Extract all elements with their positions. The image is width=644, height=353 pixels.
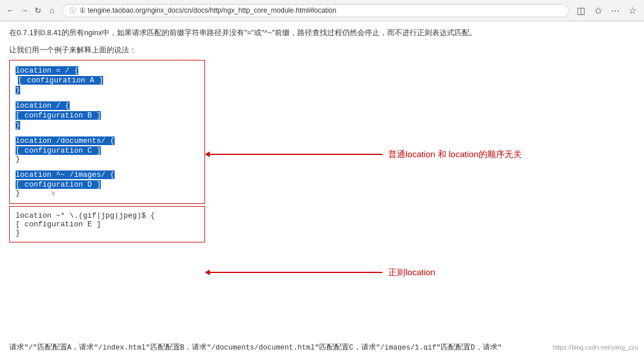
arrow-shaft-2 (210, 272, 382, 273)
code-line: location / { (16, 100, 199, 110)
code-highlight: [ configuration A ] (18, 76, 103, 85)
code-line: } (16, 155, 199, 164)
bottom-annotation: 正则location (205, 267, 435, 278)
code-highlight: [ configuration B ] (16, 111, 101, 120)
menu-button[interactable]: ⋯ (608, 3, 622, 17)
code-line: location = / { (16, 65, 199, 75)
code-line: [ configuration B ] (16, 110, 199, 120)
code-line: [ configuration C ] (16, 145, 199, 155)
bottom-code-box: location ~* \.(gif|jpg|jpeg)$ { [ config… (9, 206, 205, 242)
main-layout: location = / { [ configuration A ] } loc… (9, 60, 635, 350)
code-line-e3: } (16, 229, 199, 237)
code-line: } (16, 85, 199, 94)
code-line-e2: [ configuration E ] (16, 220, 199, 229)
code-highlight: } (16, 121, 20, 130)
code-highlight: location /documents/ { (16, 136, 115, 145)
watermark: https://blog.csdn.net/yang_zzu (552, 344, 638, 350)
arrowhead-left-2 (205, 270, 210, 275)
code-line: location ^~ /images/ { (16, 169, 199, 179)
content-row: location = / { [ configuration A ] } loc… (9, 60, 635, 336)
arrowhead-left (205, 151, 210, 157)
code-block-b: location / { [ configuration B ] } (16, 100, 199, 130)
annotations-area: 普通location 和 location的顺序无关 正则location (205, 60, 635, 336)
code-line: } (16, 120, 199, 130)
browser-actions: ◫ ✩ ⋯ ☆ (574, 3, 639, 17)
forward-button[interactable]: → (18, 5, 30, 16)
url-text: ① tengine.taobao.org/nginx_docs/cn/docs/… (79, 6, 562, 14)
code-highlight: [ configuration D ] (16, 180, 101, 189)
lock-icon: ⓘ (70, 6, 76, 15)
address-bar[interactable]: ⓘ ① tengine.taobao.org/nginx_docs/cn/doc… (62, 4, 569, 17)
reload-button[interactable]: ↻ (32, 5, 44, 16)
top-annotation: 普通location 和 location的顺序无关 (205, 149, 522, 160)
extensions-button[interactable]: ◫ (574, 3, 588, 17)
code-block-d: location ^~ /images/ { [ configuration D… (16, 169, 199, 198)
code-highlight: [ configuration C ] (16, 146, 101, 155)
code-line: [ configuration D ] (16, 179, 199, 189)
code-block-a: location = / { [ configuration A ] } (16, 65, 199, 94)
top-arrow (205, 151, 382, 157)
intro-text: 在0.7.1到0.8.41的所有nginx中，如果请求匹配的前缀字符串路径并没有… (9, 27, 635, 39)
nav-buttons: ← → ↻ ⌂ (5, 5, 58, 16)
bottom-arrow (205, 270, 382, 275)
code-highlight: location / { (16, 101, 70, 110)
code-area: location = / { [ configuration A ] } loc… (9, 60, 205, 242)
bottom-annotation-text: 正则location (388, 267, 435, 278)
code-line: [ configuration A ] (16, 75, 199, 85)
home-button[interactable]: ⌂ (46, 5, 58, 16)
code-line: } 🖱 (16, 189, 199, 198)
bookmark-button[interactable]: ✩ (591, 3, 605, 17)
code-highlight: location ^~ /images/ { (16, 170, 115, 179)
arrow-shaft (210, 154, 382, 155)
code-line: location /documents/ { (16, 135, 199, 145)
code-highlight: } (16, 86, 20, 94)
browser-chrome: ← → ↻ ⌂ ⓘ ① tengine.taobao.org/nginx_doc… (0, 0, 644, 21)
code-highlight: location = / { (16, 66, 78, 75)
page-content: 在0.7.1到0.8.41的所有nginx中，如果请求匹配的前缀字符串路径并没有… (0, 21, 644, 350)
code-block-c: location /documents/ { [ configuration C… (16, 135, 199, 164)
example-label: 让我们用一个例子来解释上面的说法： (9, 45, 635, 55)
code-line-e1: location ~* \.(gif|jpg|jpeg)$ { (16, 211, 199, 220)
bottom-code-text: 请求"/"匹配配置A，请求"/index.html"匹配配置B，请求"/docu… (9, 342, 635, 350)
back-button[interactable]: ← (5, 5, 16, 16)
top-code-box: location = / { [ configuration A ] } loc… (9, 60, 205, 204)
top-annotation-text: 普通location 和 location的顺序无关 (388, 149, 522, 160)
star-button[interactable]: ☆ (626, 3, 639, 17)
